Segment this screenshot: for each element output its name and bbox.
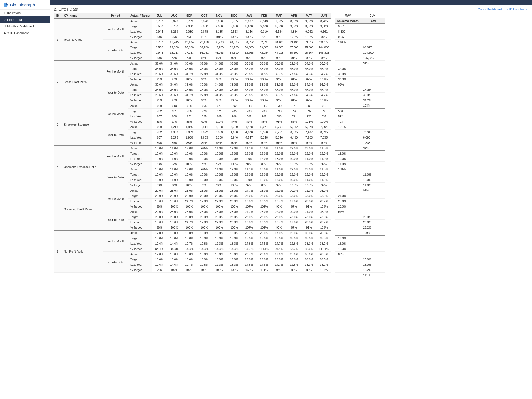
value-cell[interactable]: 35.0%	[257, 61, 272, 66]
value-cell[interactable]: 100%	[212, 204, 227, 209]
value-cell[interactable]: 9,563	[227, 29, 242, 34]
value-cell[interactable]: 1,363	[167, 130, 182, 135]
value-cell[interactable]: 18,213	[167, 50, 182, 55]
value-cell[interactable]: 12.0%	[152, 172, 167, 177]
value-cell[interactable]: 92%	[301, 140, 316, 146]
value-cell[interactable]: 111.1%	[316, 246, 331, 252]
value-cell[interactable]: 100%	[227, 162, 242, 167]
nav-item[interactable]: 2. Enter Data	[0, 16, 50, 23]
value-cell[interactable]: 100%	[257, 77, 272, 82]
value-cell[interactable]: 18.0%	[257, 236, 272, 241]
total-cell[interactable]: 11.0%	[360, 183, 385, 188]
value-cell[interactable]: 17.3%	[212, 262, 227, 267]
value-cell[interactable]: 18.0%	[182, 257, 197, 262]
value-cell[interactable]: 100%	[197, 225, 212, 231]
value-cell[interactable]: 14.6%	[167, 241, 182, 246]
value-cell[interactable]: 12.8%	[197, 262, 212, 267]
value-cell[interactable]: 100.0%	[197, 246, 212, 252]
value-cell[interactable]: 103%	[316, 98, 331, 103]
value-cell[interactable]: 92%	[272, 162, 287, 167]
value-cell[interactable]: 22.3%	[212, 220, 227, 225]
value-cell[interactable]: 8,500	[152, 24, 167, 29]
value-cell[interactable]: 11.0%	[272, 167, 287, 172]
value-cell[interactable]: 100%	[182, 225, 197, 231]
value-cell[interactable]: 100%	[212, 267, 227, 273]
value-cell[interactable]: 27.8%	[197, 71, 212, 77]
value-cell[interactable]: 18.0%	[287, 236, 301, 241]
value-cell[interactable]: 23.0%	[301, 193, 316, 199]
selected-month-cell[interactable]: 34.3%	[335, 77, 360, 82]
value-cell[interactable]: 18.3%	[301, 241, 316, 246]
value-cell[interactable]: 94%	[316, 140, 331, 146]
value-cell[interactable]: 19.7%	[272, 199, 287, 204]
value-cell[interactable]: 23.3%	[301, 220, 316, 225]
value-cell[interactable]: 22.0%	[272, 188, 287, 193]
value-cell[interactable]: 12.0%	[197, 151, 212, 156]
value-cell[interactable]: 34.2%	[316, 71, 331, 77]
value-cell[interactable]: 87%	[287, 225, 301, 231]
value-cell[interactable]: 723	[301, 114, 316, 119]
value-cell[interactable]: 12.0%	[182, 145, 197, 151]
value-cell[interactable]: 8,976	[287, 18, 301, 24]
value-cell[interactable]: 23.0%	[212, 209, 227, 214]
value-cell[interactable]: 72,084	[257, 50, 272, 55]
value-cell[interactable]: 13.0%	[301, 145, 316, 151]
value-cell[interactable]: 18.0%	[167, 252, 182, 257]
value-cell[interactable]: 22.3%	[212, 199, 227, 204]
value-cell[interactable]: 24.7%	[182, 199, 197, 204]
value-cell[interactable]: 35.0%	[257, 66, 272, 71]
value-cell[interactable]: 608	[152, 103, 167, 109]
value-cell[interactable]: 91%	[257, 140, 272, 146]
value-cell[interactable]: 10.0%	[152, 177, 167, 183]
value-cell[interactable]: 89%	[197, 140, 212, 146]
value-cell[interactable]: 9,000	[316, 24, 331, 29]
value-cell[interactable]: 93%	[272, 34, 287, 40]
value-cell[interactable]: 6,543	[257, 18, 272, 24]
value-cell[interactable]: 104,800	[316, 45, 331, 50]
value-cell[interactable]: 12.0%	[316, 151, 331, 156]
value-cell[interactable]: 23.0%	[167, 188, 182, 193]
value-cell[interactable]: 32.0%	[287, 82, 301, 87]
value-cell[interactable]: 23.2%	[316, 199, 331, 204]
selected-month-cell[interactable]: 108%	[335, 167, 360, 172]
value-cell[interactable]: 96%	[152, 204, 167, 209]
value-cell[interactable]: 75%	[197, 162, 212, 167]
value-cell[interactable]: 1,218	[167, 124, 182, 130]
value-cell[interactable]: 18.0%	[316, 257, 331, 262]
value-cell[interactable]: 91%	[287, 77, 301, 82]
value-cell[interactable]: 10.6%	[152, 262, 167, 267]
value-cell[interactable]: 654	[287, 109, 301, 114]
value-cell[interactable]: 32.7%	[272, 71, 287, 77]
value-cell[interactable]: 109%	[316, 204, 331, 209]
value-cell[interactable]: 12.0%	[152, 151, 167, 156]
value-cell[interactable]: 34.0%	[301, 82, 316, 87]
value-cell[interactable]: 25.0%	[316, 209, 331, 214]
value-cell[interactable]: 3,780	[227, 124, 242, 130]
value-cell[interactable]: 18.0%	[167, 257, 182, 262]
value-cell[interactable]: 6,789	[182, 18, 197, 24]
value-cell[interactable]: 91%	[197, 77, 212, 82]
value-cell[interactable]: 31.5%	[257, 93, 272, 98]
value-cell[interactable]: 86,602	[287, 50, 301, 55]
value-cell[interactable]: 23.0%	[182, 188, 197, 193]
value-cell[interactable]: 15.0%	[287, 230, 301, 236]
value-cell[interactable]: 19.6%	[167, 199, 182, 204]
value-cell[interactable]: 73%	[182, 55, 197, 61]
value-cell[interactable]: 23.0%	[242, 214, 257, 220]
value-cell[interactable]: 725	[197, 114, 212, 119]
value-cell[interactable]: 11.0%	[167, 177, 182, 183]
value-cell[interactable]: 29,110	[197, 40, 212, 45]
value-cell[interactable]: 18.0%	[182, 230, 197, 236]
value-cell[interactable]: 6,905	[287, 130, 301, 135]
value-cell[interactable]: 10.0%	[182, 156, 197, 162]
total-cell[interactable]: 35.0%	[360, 93, 385, 98]
value-cell[interactable]: 88.9%	[301, 246, 316, 252]
value-cell[interactable]: 18.0%	[227, 230, 242, 236]
value-cell[interactable]: 100%	[182, 267, 197, 273]
value-cell[interactable]: 705	[227, 109, 242, 114]
value-cell[interactable]: 100%	[182, 204, 197, 209]
value-cell[interactable]: 26,200	[182, 45, 197, 50]
value-cell[interactable]: 84%	[227, 119, 242, 124]
total-cell[interactable]: 109%	[360, 230, 385, 236]
value-cell[interactable]: 648	[242, 103, 257, 109]
